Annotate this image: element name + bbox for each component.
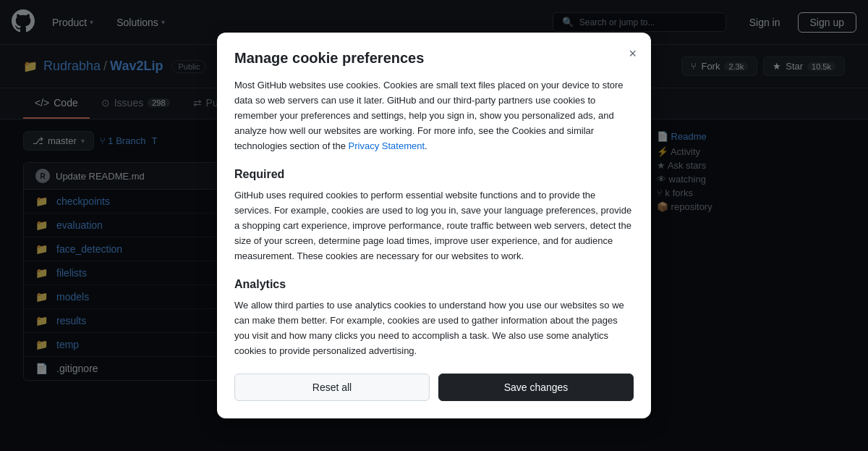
privacy-statement-link[interactable]: Privacy Statement: [349, 140, 425, 151]
analytics-section-text: We allow third parties to use analytics …: [234, 298, 634, 358]
modal-close-button[interactable]: ×: [626, 44, 639, 63]
modal-intro-body: Most GitHub websites use cookies. Cookie…: [234, 80, 624, 151]
modal-overlay[interactable]: × Manage cookie preferences Most GitHub …: [0, 0, 868, 451]
modal-actions: Reset all Save changes: [234, 374, 634, 401]
analytics-section-title: Analytics: [234, 278, 634, 291]
required-section-title: Required: [234, 168, 634, 181]
modal-title: Manage cookie preferences: [234, 50, 634, 67]
save-changes-button[interactable]: Save changes: [438, 374, 634, 401]
required-section-text: GitHub uses required cookies to perform …: [234, 188, 634, 264]
cookie-modal: × Manage cookie preferences Most GitHub …: [217, 33, 651, 418]
reset-all-button[interactable]: Reset all: [234, 374, 430, 401]
modal-intro-end: .: [425, 140, 427, 151]
modal-intro-text: Most GitHub websites use cookies. Cookie…: [234, 78, 634, 153]
